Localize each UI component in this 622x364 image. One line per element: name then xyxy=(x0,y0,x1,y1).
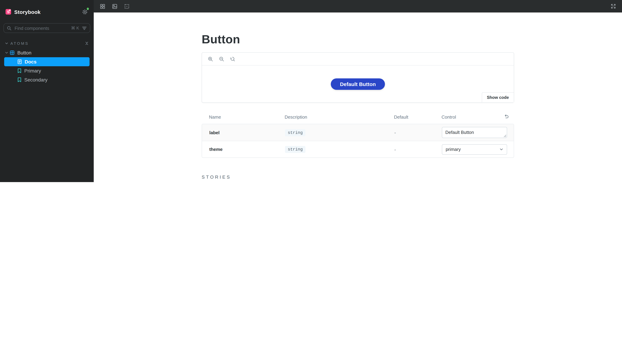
theme-control-select[interactable]: primary xyxy=(442,144,507,155)
arg-control: primary xyxy=(442,144,514,155)
zoom-in-button[interactable] xyxy=(208,56,213,62)
search-shortcut: ⌘ K xyxy=(71,26,79,31)
label-control-input[interactable]: Default Button xyxy=(442,127,507,138)
sidebar-item-label: Docs xyxy=(25,59,37,65)
storybook-app: S Storybook ⌘ K xyxy=(0,0,622,182)
section-label: ATOMS xyxy=(10,41,85,45)
sidebar-toggle-button[interactable] xyxy=(98,2,107,11)
type-badge: string xyxy=(285,146,306,153)
undo-icon xyxy=(504,114,509,119)
background-tool-button[interactable] xyxy=(110,2,119,11)
primary-preview-card: Default Button Show code xyxy=(202,52,514,103)
sidebar-item-docs[interactable]: Docs xyxy=(4,57,90,66)
gear-icon xyxy=(82,9,88,15)
search-box[interactable]: ⌘ K xyxy=(3,23,90,33)
preview-body: Default Button xyxy=(202,66,514,102)
search-icon xyxy=(7,26,11,30)
storybook-logo: S xyxy=(5,9,11,15)
component-icon xyxy=(10,50,15,55)
sidebar-item-primary[interactable]: Primary xyxy=(0,66,94,75)
chevron-down-icon xyxy=(500,147,503,151)
sidebar-item-label: Secondary xyxy=(24,77,48,83)
page-title: Button xyxy=(202,33,514,46)
search-input[interactable] xyxy=(14,25,71,31)
brand-title: Storybook xyxy=(14,9,81,15)
chevron-down-icon[interactable] xyxy=(5,51,8,55)
reset-controls-button[interactable] xyxy=(504,114,509,119)
selected-option: primary xyxy=(446,147,500,152)
notification-dot xyxy=(87,8,89,10)
arg-description: string xyxy=(285,146,394,153)
bookmark-icon xyxy=(17,68,21,73)
sidebar: S Storybook ⌘ K xyxy=(0,0,94,182)
filter-icon xyxy=(82,26,87,30)
sidebar-item-secondary[interactable]: Secondary xyxy=(0,75,94,84)
column-header-description: Description xyxy=(285,114,394,120)
table-row: theme string - primary xyxy=(202,141,514,157)
sidebar-section-atoms[interactable]: ATOMS xyxy=(0,40,94,46)
main-area: Button xyxy=(94,0,622,182)
stories-section-label: STORIES xyxy=(202,174,514,180)
zoom-out-icon xyxy=(219,56,224,62)
component-tree: Button Docs Primary xyxy=(0,48,94,84)
sidebar-item-label: Button xyxy=(17,50,31,55)
collapse-icon xyxy=(85,41,89,46)
column-header-name: Name xyxy=(209,114,285,120)
canvas-toolbar xyxy=(94,0,622,13)
arg-control: Default Button xyxy=(442,127,514,138)
zoom-reset-icon xyxy=(230,56,235,62)
zoom-out-button[interactable] xyxy=(219,56,224,62)
arg-name: label xyxy=(209,130,285,135)
arg-name: theme xyxy=(209,147,285,152)
image-icon xyxy=(112,4,117,9)
zoom-toolbar xyxy=(202,53,514,66)
demo-button-primary[interactable]: Default Button xyxy=(331,78,385,90)
sidebar-item-button[interactable]: Button xyxy=(0,48,94,57)
arg-description: string xyxy=(285,129,394,136)
resize-handle[interactable] xyxy=(503,134,506,137)
fullscreen-button[interactable] xyxy=(609,2,618,11)
settings-button[interactable] xyxy=(81,8,88,15)
logo-notch xyxy=(9,9,10,11)
bookmark-icon xyxy=(17,77,21,82)
sidebar-item-label: Primary xyxy=(24,68,41,73)
column-header-default: Default xyxy=(394,114,442,120)
collapse-all-button[interactable] xyxy=(85,41,89,46)
zoom-reset-button[interactable] xyxy=(230,56,235,62)
chevron-down-icon xyxy=(5,42,8,45)
arg-default: - xyxy=(394,146,442,152)
zoom-in-icon xyxy=(208,56,213,62)
grid-icon xyxy=(100,4,105,9)
brand-row: S Storybook xyxy=(0,0,94,15)
table-row: label string - Default Button xyxy=(202,124,514,141)
document-icon xyxy=(17,59,22,64)
outline-icon xyxy=(124,4,129,9)
docs-page: Button xyxy=(94,13,622,182)
outline-tool-button[interactable] xyxy=(122,2,131,11)
show-code-button[interactable]: Show code xyxy=(482,92,514,102)
column-header-control: Control xyxy=(442,114,514,120)
filter-button[interactable] xyxy=(82,26,87,30)
args-table: label string - Default Button xyxy=(202,124,514,158)
type-badge: string xyxy=(285,129,306,136)
arg-default: - xyxy=(394,130,442,135)
fullscreen-icon xyxy=(611,3,616,9)
args-table-header: Name Description Default Control xyxy=(202,114,514,120)
